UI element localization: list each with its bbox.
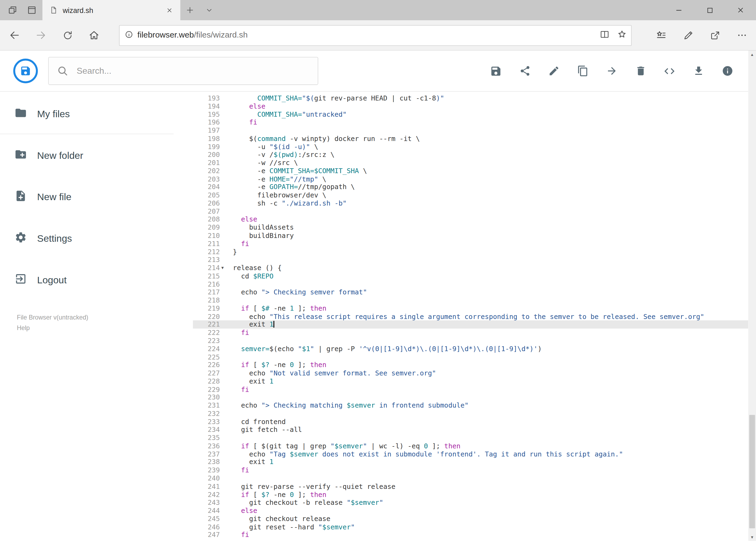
- code-line-209[interactable]: 209 buildAssets: [193, 224, 748, 232]
- forward-button[interactable]: [31, 25, 52, 46]
- active-tab[interactable]: wizard.sh: [42, 0, 180, 20]
- minimize-button[interactable]: [663, 0, 694, 20]
- code-line-240[interactable]: 240: [193, 474, 748, 482]
- code-line-218[interactable]: 218: [193, 296, 748, 304]
- share-file-button[interactable]: [519, 65, 531, 77]
- address-bar[interactable]: filebrowser.web/files/wizard.sh: [119, 25, 631, 46]
- code-line-234[interactable]: 234 git fetch --all: [193, 426, 748, 434]
- new-tab-button[interactable]: [180, 0, 199, 20]
- code-line-238[interactable]: 238 exit 1: [193, 458, 748, 466]
- move-button[interactable]: [606, 65, 618, 77]
- save-button[interactable]: [490, 65, 502, 77]
- reading-view-button[interactable]: [599, 29, 610, 41]
- sidebar-item-logout[interactable]: Logout: [0, 268, 193, 291]
- code-line-244[interactable]: 244 else: [193, 507, 748, 515]
- code-line-221[interactable]: 221 exit 1: [193, 320, 748, 329]
- page-scrollbar[interactable]: ▲ ▼: [748, 51, 756, 541]
- code-line-245[interactable]: 245 git checkout release: [193, 515, 748, 523]
- favorite-star-button[interactable]: [617, 29, 627, 41]
- code-line-206[interactable]: 206 sh -c "./wizard.sh -b": [193, 199, 748, 208]
- code-line-215[interactable]: 215 cd $REPO: [193, 272, 748, 280]
- info-button[interactable]: [721, 65, 733, 77]
- code-line-197[interactable]: 197: [193, 126, 748, 135]
- code-line-236[interactable]: 236 if [ $(git tag | grep "$semver" | wc…: [193, 442, 748, 450]
- code-line-212[interactable]: 212}: [193, 248, 748, 256]
- code-line-229[interactable]: 229 fi: [193, 385, 748, 393]
- sidebar-item-new-file[interactable]: New file: [0, 185, 193, 209]
- web-note-button[interactable]: [677, 25, 699, 46]
- code-line-198[interactable]: 198 $(command -v winpty) docker run --rm…: [193, 135, 748, 143]
- delete-button[interactable]: [634, 65, 647, 77]
- code-line-224[interactable]: 224 semver=$(echo "$1" | grep -P '^v(0|[…: [193, 345, 748, 353]
- code-line-217[interactable]: 217 echo "> Checking semver format": [193, 288, 748, 296]
- code-line-207[interactable]: 207: [193, 208, 748, 216]
- code-line-235[interactable]: 235: [193, 434, 748, 442]
- download-button[interactable]: [692, 65, 704, 77]
- code-line-216[interactable]: 216: [193, 280, 748, 288]
- code-line-214[interactable]: 214▾release () {: [193, 264, 748, 272]
- code-line-210[interactable]: 210 buildBinary: [193, 232, 748, 240]
- code-line-204[interactable]: 204 -e GOPATH=//tmp/gopath \: [193, 183, 748, 191]
- back-button[interactable]: [4, 25, 25, 46]
- share-button[interactable]: [704, 25, 726, 46]
- set-aside-tabs-button[interactable]: [3, 0, 22, 20]
- scroll-down-icon[interactable]: ▼: [748, 533, 756, 541]
- code-line-226[interactable]: 226 if [ $? -ne 0 ]; then: [193, 361, 748, 369]
- code-line-201[interactable]: 201 -w //src \: [193, 159, 748, 167]
- fold-gutter: [220, 248, 233, 256]
- code-line-230[interactable]: 230: [193, 393, 748, 401]
- code-line-196[interactable]: 196 fi: [193, 118, 748, 126]
- code-line-227[interactable]: 227 echo "Not valid semver format. See s…: [193, 369, 748, 377]
- search-input[interactable]: [48, 57, 318, 85]
- code-line-247[interactable]: 247 fi: [193, 531, 748, 539]
- sidebar-item-new-folder[interactable]: New folder: [0, 144, 193, 167]
- code-line-246[interactable]: 246 git reset --hard "$semver": [193, 523, 748, 531]
- code-line-219[interactable]: 219 if [ $# -ne 1 ]; then: [193, 304, 748, 312]
- code-line-231[interactable]: 231 echo "> Checking matching $semver in…: [193, 401, 748, 409]
- code-line-223[interactable]: 223: [193, 337, 748, 345]
- code-line-211[interactable]: 211 fi: [193, 240, 748, 248]
- code-line-199[interactable]: 199 -u "$(id -u)" \: [193, 143, 748, 151]
- sidebar-item-my-files[interactable]: My files: [0, 102, 193, 126]
- maximize-button[interactable]: [694, 0, 725, 20]
- code-line-202[interactable]: 202 -e COMMIT_SHA=$COMMIT_SHA \: [193, 167, 748, 175]
- code-line-193[interactable]: 193 COMMIT_SHA="$(git rev-parse HEAD | c…: [193, 94, 748, 102]
- scrollbar-thumb[interactable]: [749, 415, 755, 528]
- code-line-208[interactable]: 208 else: [193, 216, 748, 224]
- code-line-213[interactable]: 213: [193, 256, 748, 264]
- sidebar-item-settings[interactable]: Settings: [0, 227, 193, 250]
- filebrowser-logo[interactable]: [13, 58, 38, 84]
- tab-dropdown-button[interactable]: [200, 0, 219, 20]
- help-link[interactable]: Help: [17, 324, 193, 331]
- code-line-239[interactable]: 239 fi: [193, 466, 748, 474]
- code-view-button[interactable]: [663, 65, 675, 77]
- scroll-up-icon[interactable]: ▲: [748, 51, 756, 59]
- page-info-icon[interactable]: [125, 30, 133, 41]
- code-line-228[interactable]: 228 exit 1: [193, 377, 748, 385]
- code-line-241[interactable]: 241 git rev-parse --verify --quiet relea…: [193, 482, 748, 490]
- home-button[interactable]: [84, 25, 105, 46]
- code-line-233[interactable]: 233 cd frontend: [193, 417, 748, 426]
- copy-button[interactable]: [577, 65, 589, 77]
- code-line-232[interactable]: 232: [193, 409, 748, 417]
- close-tab-icon[interactable]: [164, 5, 174, 15]
- code-line-225[interactable]: 225: [193, 353, 748, 361]
- code-line-242[interactable]: 242 if [ $? -ne 0 ]; then: [193, 490, 748, 499]
- code-line-222[interactable]: 222 fi: [193, 329, 748, 337]
- more-button[interactable]: [731, 25, 753, 46]
- show-set-aside-tabs-button[interactable]: [22, 0, 41, 20]
- code-line-205[interactable]: 205 filebrowser/dev \: [193, 191, 748, 199]
- code-line-243[interactable]: 243 git checkout -b release "$semver": [193, 499, 748, 507]
- code-line-237[interactable]: 237 echo "Tag $semver does not exist in …: [193, 450, 748, 458]
- hub-button[interactable]: [650, 25, 672, 46]
- fold-marker-icon[interactable]: ▾: [220, 264, 233, 272]
- close-window-button[interactable]: [725, 0, 756, 20]
- code-line-200[interactable]: 200 -v /$(pwd):/src:z \: [193, 151, 748, 159]
- refresh-button[interactable]: [57, 25, 78, 46]
- code-line-195[interactable]: 195 COMMIT_SHA="untracked": [193, 110, 748, 118]
- code-line-203[interactable]: 203 -e HOME="//tmp" \: [193, 175, 748, 183]
- code-area[interactable]: 193 COMMIT_SHA="$(git rev-parse HEAD | c…: [193, 92, 748, 541]
- rename-button[interactable]: [548, 65, 560, 77]
- code-line-220[interactable]: 220 echo "This release script requires a…: [193, 312, 748, 320]
- code-line-194[interactable]: 194 else: [193, 102, 748, 110]
